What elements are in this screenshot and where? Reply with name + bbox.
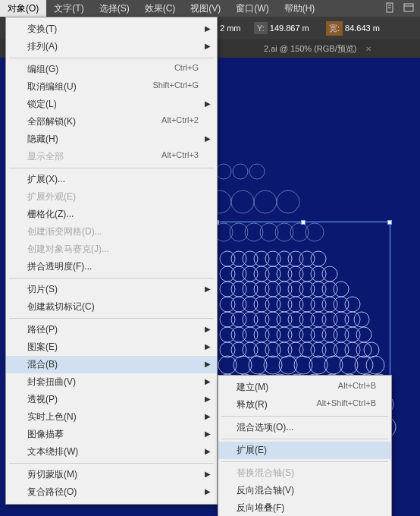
menu-effect[interactable]: 效果(C) [137,0,183,17]
submenu-item[interactable]: 扩展(E) [218,442,391,459]
menu-item[interactable]: 创建裁切标记(C) [6,298,217,316]
w-value[interactable]: 84.643 m [345,24,380,33]
menu-item[interactable]: 排列(A)▶ [6,38,217,55]
menu-item[interactable]: 路径(P)▶ [6,321,217,338]
menu-item[interactable]: 剪切蒙版(M)▶ [6,466,217,483]
menu-item[interactable]: 变换(T)▶ [6,20,217,38]
submenu-item[interactable]: 混合选项(O)... [218,419,391,436]
menu-item[interactable]: 复合路径(O)▶ [6,483,217,501]
submenu-item[interactable]: 释放(R)Alt+Shift+Ctrl+B [218,396,391,414]
menu-item[interactable]: 扩展(X)... [6,171,217,188]
menu-item: 显示全部Alt+Ctrl+3 [6,148,217,165]
menu-text[interactable]: 文字(T) [46,0,91,17]
menu-help[interactable]: 帮助(H) [277,0,323,17]
menu-item[interactable]: 栅格化(Z)... [6,206,217,223]
submenu-item: 替换混合轴(S) [218,464,391,482]
close-icon[interactable]: ✕ [365,45,371,53]
menubar: 对象(O) 文字(T) 选择(S) 效果(C) 视图(V) 窗口(W) 帮助(H… [0,0,420,17]
menu-item[interactable]: 封套扭曲(V)▶ [6,373,217,391]
menu-item[interactable]: 编组(G)Ctrl+G [6,61,217,78]
handle-tm[interactable] [301,220,306,225]
menu-item: 创建渐变网格(D)... [6,223,217,241]
menu-item[interactable]: 文本绕排(W)▶ [6,443,217,461]
blend-submenu: 建立(M)Alt+Ctrl+B释放(R)Alt+Shift+Ctrl+B混合选项… [218,375,392,516]
menu-item[interactable]: 拼合透明度(F)... [6,258,217,275]
unit-value: 2 mm [220,24,241,33]
submenu-item[interactable]: 建立(M)Alt+Ctrl+B [218,379,391,396]
menu-item[interactable]: 锁定(L)▶ [6,96,217,113]
tab-2[interactable]: 2.ai @ 150% (RGB/预览)✕ [258,40,378,58]
y-value[interactable]: 149.867 m [270,24,309,33]
menu-item[interactable]: 切片(S)▶ [6,281,217,298]
menu-item[interactable]: 隐藏(H)▶ [6,131,217,148]
menu-item: 创建对象马赛克(J)... [6,241,217,258]
svg-point-6 [233,164,248,179]
menu-item[interactable]: 图像描摹▶ [6,426,217,443]
svg-point-7 [249,164,265,179]
layout-icon[interactable] [403,2,414,13]
menu-window[interactable]: 窗口(W) [228,0,276,17]
menu-object[interactable]: 对象(O) [0,0,46,17]
svg-rect-3 [404,4,413,11]
submenu-item[interactable]: 反向堆叠(F) [218,499,391,516]
menu-item[interactable]: 混合(B)▶ [6,356,217,373]
menu-item[interactable]: 透视(P)▶ [6,391,217,408]
doc-icon[interactable] [385,2,396,13]
handle-tr[interactable] [387,220,392,225]
toolbar-icons [379,0,420,17]
menu-item: 扩展外观(E) [6,188,217,206]
menu-item[interactable]: 取消编组(U)Shift+Ctrl+G [6,78,217,96]
menu-item[interactable]: 实时上色(N)▶ [6,408,217,426]
y-label: Y: [254,22,268,34]
menu-select[interactable]: 选择(S) [92,0,137,17]
menu-item[interactable]: 图案(E)▶ [6,338,217,356]
object-dropdown: 变换(T)▶排列(A)▶编组(G)Ctrl+G取消编组(U)Shift+Ctrl… [5,17,218,505]
svg-point-10 [254,190,277,213]
menu-item[interactable]: 全部解锁(K)Alt+Ctrl+2 [6,113,217,131]
submenu-item[interactable]: 反向混合轴(V) [218,482,391,499]
svg-point-9 [231,190,254,213]
w-label: 宽: [326,21,343,36]
menu-view[interactable]: 视图(V) [183,0,228,17]
svg-point-8 [216,190,231,213]
svg-point-11 [277,190,299,213]
svg-point-5 [216,164,231,179]
